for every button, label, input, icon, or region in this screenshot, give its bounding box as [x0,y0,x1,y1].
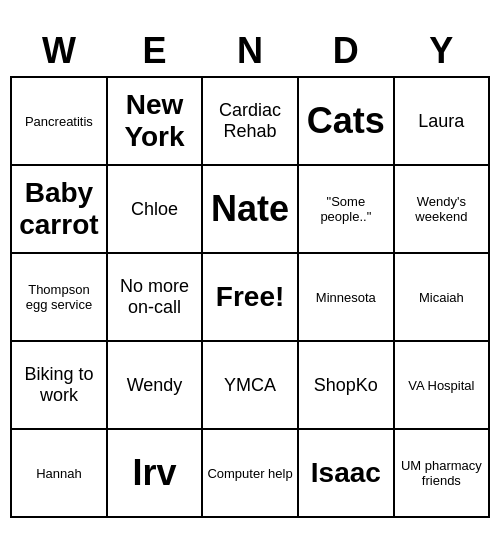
cell-0-4: Laura [394,77,489,165]
cell-2-3: Minnesota [298,253,394,341]
cell-3-3: ShopKo [298,341,394,429]
cell-0-0: Pancreatitis [11,77,107,165]
cell-1-0: Baby carrot [11,165,107,253]
header-Y: Y [394,26,489,77]
cell-3-4: VA Hospital [394,341,489,429]
header-N: N [202,26,298,77]
header-E: E [107,26,202,77]
row-4: HannahIrvComputer helpIsaacUM pharmacy f… [11,429,489,517]
bingo-card: WENDY PancreatitisNew YorkCardiac RehabC… [10,26,490,518]
cell-4-0: Hannah [11,429,107,517]
cell-2-1: No more on-call [107,253,202,341]
cell-0-3: Cats [298,77,394,165]
row-1: Baby carrotChloeNate"Some people.."Wendy… [11,165,489,253]
cell-3-0: Biking to work [11,341,107,429]
bingo-body: PancreatitisNew YorkCardiac RehabCatsLau… [11,77,489,517]
cell-1-2: Nate [202,165,298,253]
row-2: Thompson egg serviceNo more on-callFree!… [11,253,489,341]
row-3: Biking to workWendyYMCAShopKoVA Hospital [11,341,489,429]
cell-4-4: UM pharmacy friends [394,429,489,517]
header-W: W [11,26,107,77]
cell-0-1: New York [107,77,202,165]
cell-2-2: Free! [202,253,298,341]
cell-2-4: Micaiah [394,253,489,341]
cell-0-2: Cardiac Rehab [202,77,298,165]
cell-3-2: YMCA [202,341,298,429]
cell-1-1: Chloe [107,165,202,253]
cell-2-0: Thompson egg service [11,253,107,341]
cell-4-2: Computer help [202,429,298,517]
cell-4-3: Isaac [298,429,394,517]
cell-3-1: Wendy [107,341,202,429]
header-D: D [298,26,394,77]
cell-1-3: "Some people.." [298,165,394,253]
row-0: PancreatitisNew YorkCardiac RehabCatsLau… [11,77,489,165]
header-row: WENDY [11,26,489,77]
cell-1-4: Wendy's weekend [394,165,489,253]
cell-4-1: Irv [107,429,202,517]
